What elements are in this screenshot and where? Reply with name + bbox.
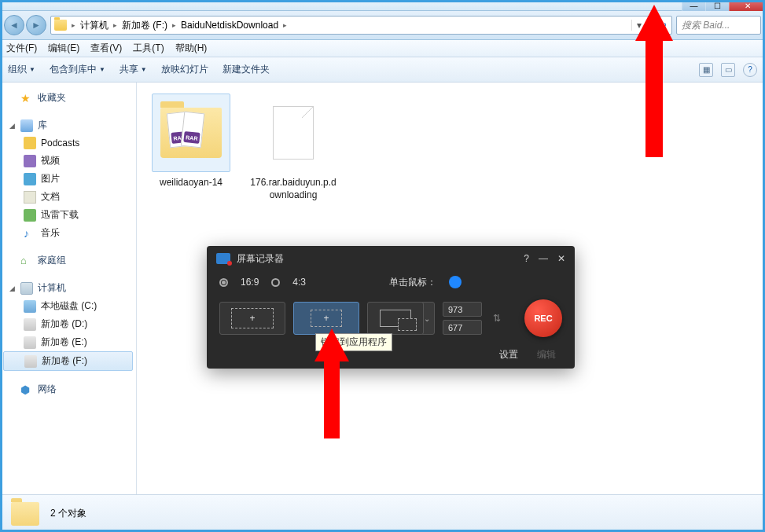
status-folder-icon	[11, 502, 39, 526]
record-button[interactable]: REC	[524, 299, 562, 337]
sidebar-item-music[interactable]: ♪音乐	[0, 224, 136, 242]
menu-tools[interactable]: 工具(T)	[133, 42, 164, 55]
search-input[interactable]: 搜索 Baid...	[676, 16, 761, 35]
height-input[interactable]: 677	[443, 320, 482, 335]
nav-forward-button[interactable]: ►	[26, 15, 46, 35]
toolbar-share[interactable]: 共享▼	[120, 63, 147, 76]
file-item-downloading[interactable]: 176.rar.baiduyun.p.downloading	[250, 94, 337, 201]
recorder-app-icon	[216, 253, 230, 264]
ratio-169-label: 16:9	[241, 277, 259, 288]
file-label: 176.rar.baiduyun.p.downloading	[250, 177, 337, 201]
toolbar-newfolder[interactable]: 新建文件夹	[223, 63, 270, 76]
status-bar: 2 个对象	[0, 494, 765, 532]
nav-back-button[interactable]: ◄	[4, 15, 24, 35]
crumb-sep-icon: ▸	[283, 21, 287, 29]
sidebar-libraries[interactable]: ◢库	[0, 116, 136, 134]
sidebar-drive-c[interactable]: 本地磁盘 (C:)	[0, 297, 136, 315]
recorder-help-button[interactable]: ?	[524, 253, 529, 264]
toolbar-organize[interactable]: 组织▼	[8, 63, 35, 76]
recorder-close-button[interactable]: ✕	[557, 253, 565, 264]
annotation-arrow-top	[635, 5, 673, 157]
capture-window-button[interactable]	[367, 302, 424, 335]
menu-file[interactable]: 文件(F)	[6, 42, 37, 55]
file-thumb-icon	[273, 106, 314, 160]
crumb-folder[interactable]: BaiduNetdiskDownload	[181, 20, 278, 31]
recorder-minimize-button[interactable]: —	[539, 253, 548, 264]
crumb-sep-icon: ▸	[172, 21, 176, 29]
sidebar-item-podcasts[interactable]: Podcasts	[0, 134, 136, 152]
window-maximize-button[interactable]: ☐	[705, 0, 729, 11]
sidebar-drive-e[interactable]: 新加卷 (E:)	[0, 333, 136, 351]
window-controls: — ☐ ✕	[682, 0, 765, 11]
recorder-title: 屏幕记录器	[237, 252, 284, 266]
sidebar-computer[interactable]: ◢计算机	[0, 279, 136, 297]
help-button[interactable]: ?	[743, 63, 757, 77]
toolbar-slideshow[interactable]: 放映幻灯片	[161, 63, 208, 76]
sidebar-drive-d[interactable]: 新加卷 (D:)	[0, 315, 136, 333]
recorder-titlebar[interactable]: 屏幕记录器 ? — ✕	[207, 246, 575, 271]
width-input[interactable]: 973	[443, 302, 482, 317]
ratio-169-radio[interactable]	[219, 278, 228, 287]
crumb-drive[interactable]: 新加卷 (F:)	[122, 19, 167, 32]
link-dimensions-icon[interactable]: ⇅	[490, 313, 504, 324]
file-label: weilidaoyan-14	[148, 177, 234, 189]
crumb-computer[interactable]: 计算机	[80, 19, 108, 32]
sidebar-item-pictures[interactable]: 图片	[0, 170, 136, 188]
menu-edit[interactable]: 编辑(E)	[48, 42, 79, 55]
recorder-settings-button[interactable]: 设置	[499, 348, 518, 361]
ratio-43-radio[interactable]	[271, 278, 280, 287]
preview-pane-button[interactable]: ▭	[721, 63, 735, 77]
view-mode-button[interactable]: ▦	[699, 63, 713, 77]
sidebar-item-docs[interactable]: 文档	[0, 188, 136, 206]
sidebar-item-video[interactable]: 视频	[0, 152, 136, 170]
recorder-edit-button: 编辑	[537, 348, 556, 361]
sidebar-network[interactable]: ⬢网络	[0, 380, 136, 398]
menu-help[interactable]: 帮助(H)	[175, 42, 208, 55]
crumb-sep-icon: ▸	[72, 21, 75, 29]
sidebar-favorites[interactable]: ★收藏夹	[0, 89, 136, 107]
file-item-folder[interactable]: RAR RAR weilidaoyan-14	[148, 94, 234, 189]
window-minimize-button[interactable]: —	[682, 0, 705, 11]
address-bar[interactable]: ▸ 计算机 ▸ 新加卷 (F:) ▸ BaiduNetdiskDownload …	[50, 16, 649, 35]
sidebar: ★收藏夹 ◢库 Podcasts 视频 图片 文档 迅雷下载 ♪音乐 ⌂家庭组 …	[0, 83, 137, 494]
click-color-button[interactable]	[449, 276, 462, 288]
capture-fullscreen-button[interactable]: +	[219, 302, 285, 335]
sidebar-homegroup[interactable]: ⌂家庭组	[0, 251, 136, 270]
window-close-button[interactable]: ✕	[729, 0, 765, 11]
click-label: 单击鼠标：	[389, 276, 436, 289]
folder-icon	[54, 20, 67, 31]
folder-thumb-icon: RAR RAR	[160, 108, 222, 158]
sidebar-drive-f[interactable]: 新加卷 (F:)	[3, 351, 133, 371]
crumb-sep-icon: ▸	[113, 21, 117, 29]
toolbar-include[interactable]: 包含到库中▼	[50, 63, 105, 76]
ratio-43-label: 4:3	[292, 277, 306, 288]
sidebar-item-downloads[interactable]: 迅雷下载	[0, 206, 136, 224]
annotation-arrow-bottom	[314, 328, 349, 438]
status-text: 2 个对象	[50, 507, 86, 520]
menu-view[interactable]: 查看(V)	[90, 42, 122, 55]
